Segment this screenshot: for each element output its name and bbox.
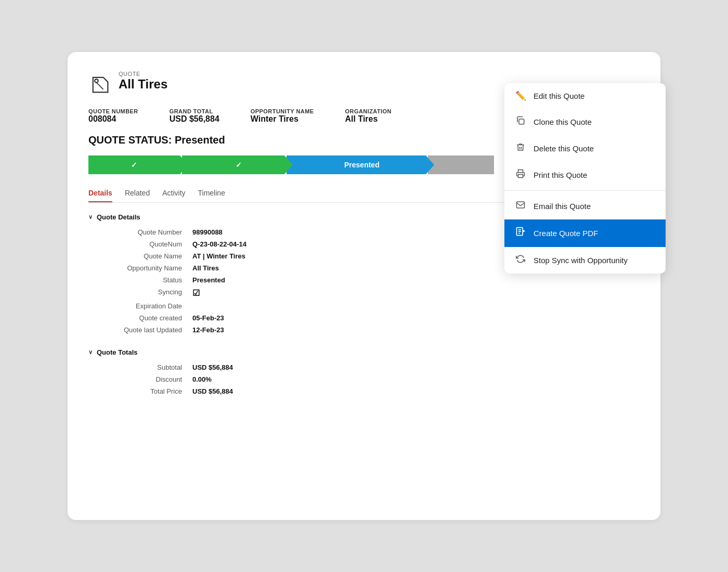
label-quote-updated: Quote last Updated — [99, 326, 192, 334]
value-expiration-date — [192, 302, 640, 310]
header-text: QUOTE All Tires — [119, 71, 167, 92]
label-quote-number: Quote Number — [99, 228, 192, 236]
progress-step-3[interactable]: Presented — [287, 155, 426, 174]
meta-label-grand-total: Grand Total — [170, 108, 219, 114]
delete-icon — [515, 142, 526, 154]
value-total-price: USD $56,884 — [192, 387, 640, 395]
progress-bar: ✓ ✓ Presented — [88, 155, 494, 174]
menu-email-quote[interactable]: Email this Quote — [504, 193, 666, 219]
quote-totals-section-header[interactable]: ∨ Quote Totals — [88, 348, 640, 356]
label-syncing: Syncing — [99, 288, 192, 298]
label-discount: Discount — [99, 375, 192, 383]
label-total-price: Total Price — [99, 387, 192, 395]
label-quotenum: QuoteNum — [99, 240, 192, 248]
label-quote-created: Quote created — [99, 314, 192, 322]
step1-label: ✓ — [131, 161, 137, 169]
meta-value-opportunity-name: Winter Tires — [251, 114, 314, 124]
menu-delete-quote[interactable]: Delete this Quote — [504, 135, 666, 162]
value-status: Presented — [192, 276, 640, 284]
value-discount: 0.00% — [192, 375, 640, 383]
tab-details[interactable]: Details — [88, 189, 112, 202]
meta-quote-number: QUOTE NUMBER 008084 — [88, 108, 138, 124]
print-icon — [515, 169, 526, 181]
quote-totals-section-title: Quote Totals — [97, 348, 137, 356]
tab-activity[interactable]: Activity — [162, 189, 185, 202]
chevron-icon: ∨ — [88, 214, 93, 220]
tab-related[interactable]: Related — [125, 189, 150, 202]
tab-timeline[interactable]: Timeline — [198, 189, 225, 202]
label-status: Status — [99, 276, 192, 284]
quote-label: QUOTE — [119, 71, 167, 77]
meta-value-organization: All Tires — [345, 114, 392, 124]
step3-label: Presented — [344, 161, 380, 169]
label-expiration-date: Expiration Date — [99, 302, 192, 310]
label-opp-name: Opportunity Name — [99, 264, 192, 272]
svg-rect-2 — [518, 175, 523, 178]
main-card: QUOTE All Tires QUOTE NUMBER 008084 Gran… — [68, 52, 660, 520]
svg-point-0 — [95, 79, 98, 83]
meta-opportunity-name: Opportunity Name Winter Tires — [251, 108, 314, 124]
progress-step-1[interactable]: ✓ — [88, 155, 180, 174]
menu-delete-label: Delete this Quote — [534, 144, 594, 153]
menu-stop-sync-label: Stop Sync with Opportunity — [534, 256, 628, 265]
value-quote-created: 05-Feb-23 — [192, 314, 640, 322]
edit-icon: ✏️ — [515, 90, 526, 101]
quote-title: All Tires — [119, 77, 167, 92]
meta-value-grand-total: USD $56,884 — [170, 114, 219, 124]
pdf-icon — [515, 227, 526, 240]
meta-label-organization: Organization — [345, 108, 392, 114]
menu-create-pdf-label: Create Quote PDF — [534, 229, 598, 238]
label-quote-name: Quote Name — [99, 252, 192, 260]
quote-totals-grid: Subtotal USD $56,884 Discount 0.00% Tota… — [99, 363, 640, 395]
menu-divider-1 — [504, 190, 666, 191]
meta-label-opportunity-name: Opportunity Name — [251, 108, 314, 114]
meta-organization: Organization All Tires — [345, 108, 392, 124]
sync-icon — [515, 254, 526, 266]
dropdown-menu: ✏️ Edit this Quote Clone this Quote — [504, 83, 666, 274]
meta-grand-total: Grand Total USD $56,884 — [170, 108, 219, 124]
menu-edit-label: Edit this Quote — [534, 92, 584, 100]
menu-clone-label: Clone this Quote — [534, 118, 592, 126]
menu-create-pdf[interactable]: Create Quote PDF — [504, 219, 666, 247]
totals-chevron-icon: ∨ — [88, 349, 93, 356]
menu-print-label: Print this Quote — [534, 171, 587, 179]
svg-rect-3 — [517, 202, 525, 208]
menu-edit-quote[interactable]: ✏️ Edit this Quote — [504, 83, 666, 109]
page-wrapper: QUOTE All Tires QUOTE NUMBER 008084 Gran… — [0, 0, 728, 572]
menu-stop-sync[interactable]: Stop Sync with Opportunity — [504, 247, 666, 274]
value-subtotal: USD $56,884 — [192, 363, 640, 371]
step2-label: ✓ — [236, 161, 242, 169]
menu-email-label: Email this Quote — [534, 202, 591, 211]
value-syncing: ☑ — [192, 288, 640, 298]
progress-step-4[interactable] — [428, 155, 494, 174]
meta-value-quote-number: 008084 — [88, 114, 138, 124]
menu-print-quote[interactable]: Print this Quote — [504, 162, 666, 188]
progress-step-2[interactable]: ✓ — [182, 155, 285, 174]
email-icon — [515, 200, 526, 212]
svg-rect-1 — [519, 119, 524, 124]
menu-clone-quote[interactable]: Clone this Quote — [504, 109, 666, 135]
clone-icon — [515, 116, 526, 128]
value-quote-updated: 12-Feb-23 — [192, 326, 640, 334]
meta-label-quote-number: QUOTE NUMBER — [88, 108, 138, 114]
quote-details-section-title: Quote Details — [97, 213, 140, 221]
label-subtotal: Subtotal — [99, 363, 192, 371]
quote-tag-icon — [88, 73, 111, 96]
